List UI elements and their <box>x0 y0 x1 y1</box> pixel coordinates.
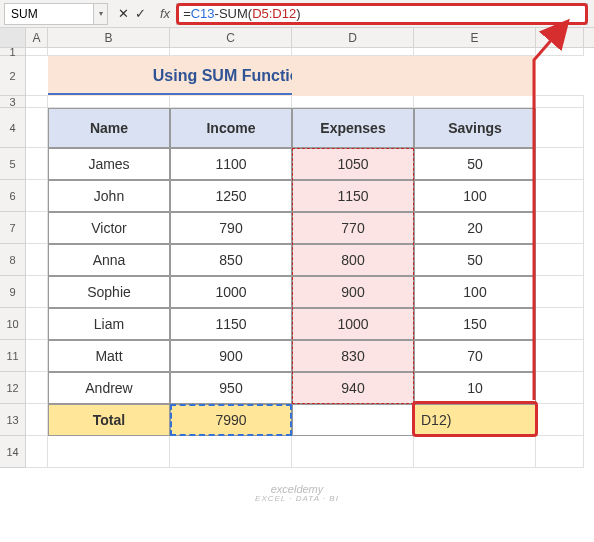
cell-B1[interactable] <box>48 48 170 56</box>
cell-A14[interactable] <box>26 436 48 468</box>
cell-C3[interactable] <box>170 96 292 108</box>
cell-C10[interactable]: 1150 <box>170 308 292 340</box>
cell-D5[interactable]: 1050 <box>292 148 414 180</box>
cell-F3[interactable] <box>536 96 584 108</box>
col-header-A[interactable]: A <box>26 28 48 47</box>
row-header-12[interactable]: 12 <box>0 372 26 404</box>
cell-E11[interactable]: 70 <box>414 340 536 372</box>
cell-E1[interactable] <box>414 48 536 56</box>
title-cell-center[interactable]: Using SUM Function <box>170 56 292 96</box>
cell-D12[interactable]: 940 <box>292 372 414 404</box>
cell-A7[interactable] <box>26 212 48 244</box>
cell-E7[interactable]: 20 <box>414 212 536 244</box>
cell-A1[interactable] <box>26 48 48 56</box>
header-name[interactable]: Name <box>48 108 170 148</box>
col-header-F[interactable]: F <box>536 28 584 47</box>
cell-D1[interactable] <box>292 48 414 56</box>
cell-A6[interactable] <box>26 180 48 212</box>
cell-F6[interactable] <box>536 180 584 212</box>
cell-B8[interactable]: Anna <box>48 244 170 276</box>
cell-A3[interactable] <box>26 96 48 108</box>
cell-D9[interactable]: 900 <box>292 276 414 308</box>
cell-F2[interactable] <box>536 56 584 96</box>
cell-F1[interactable] <box>536 48 584 56</box>
cell-D13[interactable] <box>292 404 414 436</box>
row-header-5[interactable]: 5 <box>0 148 26 180</box>
header-savings[interactable]: Savings <box>414 108 536 148</box>
header-expenses[interactable]: Expenses <box>292 108 414 148</box>
title-cell-e[interactable] <box>414 56 536 96</box>
row-header-8[interactable]: 8 <box>0 244 26 276</box>
row-header-13[interactable]: 13 <box>0 404 26 436</box>
cell-C7[interactable]: 790 <box>170 212 292 244</box>
enter-icon[interactable]: ✓ <box>135 6 146 21</box>
cell-A10[interactable] <box>26 308 48 340</box>
row-header-9[interactable]: 9 <box>0 276 26 308</box>
cell-D7[interactable]: 770 <box>292 212 414 244</box>
cell-C5[interactable]: 1100 <box>170 148 292 180</box>
cell-B3[interactable] <box>48 96 170 108</box>
cell-D10[interactable]: 1000 <box>292 308 414 340</box>
cell-F13[interactable] <box>536 404 584 436</box>
title-cell-d[interactable] <box>292 56 414 96</box>
row-header-14[interactable]: 14 <box>0 436 26 468</box>
cell-editing-E13[interactable]: D12) <box>414 404 536 436</box>
cell-D8[interactable]: 800 <box>292 244 414 276</box>
cell-D11[interactable]: 830 <box>292 340 414 372</box>
cell-B10[interactable]: Liam <box>48 308 170 340</box>
cell-A4[interactable] <box>26 108 48 148</box>
cell-E12[interactable]: 10 <box>414 372 536 404</box>
name-box[interactable]: SUM <box>4 3 94 25</box>
cell-A11[interactable] <box>26 340 48 372</box>
cell-D3[interactable] <box>292 96 414 108</box>
row-header-10[interactable]: 10 <box>0 308 26 340</box>
row-header-11[interactable]: 11 <box>0 340 26 372</box>
cell-C8[interactable]: 850 <box>170 244 292 276</box>
cell-E14[interactable] <box>414 436 536 468</box>
title-cell[interactable] <box>48 56 170 96</box>
row-header-4[interactable]: 4 <box>0 108 26 148</box>
cell-A2[interactable] <box>26 56 48 96</box>
cell-E3[interactable] <box>414 96 536 108</box>
cell-F9[interactable] <box>536 276 584 308</box>
col-header-D[interactable]: D <box>292 28 414 47</box>
row-header-7[interactable]: 7 <box>0 212 26 244</box>
row-header-2[interactable]: 2 <box>0 56 26 96</box>
cell-B7[interactable]: Victor <box>48 212 170 244</box>
cell-B9[interactable]: Sophie <box>48 276 170 308</box>
cell-D6[interactable]: 1150 <box>292 180 414 212</box>
cell-B6[interactable]: John <box>48 180 170 212</box>
col-header-E[interactable]: E <box>414 28 536 47</box>
select-all-corner[interactable] <box>0 28 26 47</box>
cell-B5[interactable]: James <box>48 148 170 180</box>
cell-C9[interactable]: 1000 <box>170 276 292 308</box>
row-header-6[interactable]: 6 <box>0 180 26 212</box>
cell-F10[interactable] <box>536 308 584 340</box>
cell-C1[interactable] <box>170 48 292 56</box>
cell-A13[interactable] <box>26 404 48 436</box>
cell-D14[interactable] <box>292 436 414 468</box>
formula-bar[interactable]: =C13-SUM(D5:D12) <box>176 3 588 25</box>
cell-C14[interactable] <box>170 436 292 468</box>
cell-A12[interactable] <box>26 372 48 404</box>
cell-F11[interactable] <box>536 340 584 372</box>
cell-F7[interactable] <box>536 212 584 244</box>
cell-E5[interactable]: 50 <box>414 148 536 180</box>
cell-E10[interactable]: 150 <box>414 308 536 340</box>
cell-F8[interactable] <box>536 244 584 276</box>
cell-F4[interactable] <box>536 108 584 148</box>
cell-C11[interactable]: 900 <box>170 340 292 372</box>
cell-B11[interactable]: Matt <box>48 340 170 372</box>
cell-E8[interactable]: 50 <box>414 244 536 276</box>
header-income[interactable]: Income <box>170 108 292 148</box>
cell-F12[interactable] <box>536 372 584 404</box>
cell-F5[interactable] <box>536 148 584 180</box>
cell-A9[interactable] <box>26 276 48 308</box>
col-header-C[interactable]: C <box>170 28 292 47</box>
cell-C6[interactable]: 1250 <box>170 180 292 212</box>
name-box-dropdown[interactable]: ▾ <box>94 3 108 25</box>
cell-F14[interactable] <box>536 436 584 468</box>
cell-A8[interactable] <box>26 244 48 276</box>
cancel-icon[interactable]: ✕ <box>118 6 129 21</box>
cell-E6[interactable]: 100 <box>414 180 536 212</box>
